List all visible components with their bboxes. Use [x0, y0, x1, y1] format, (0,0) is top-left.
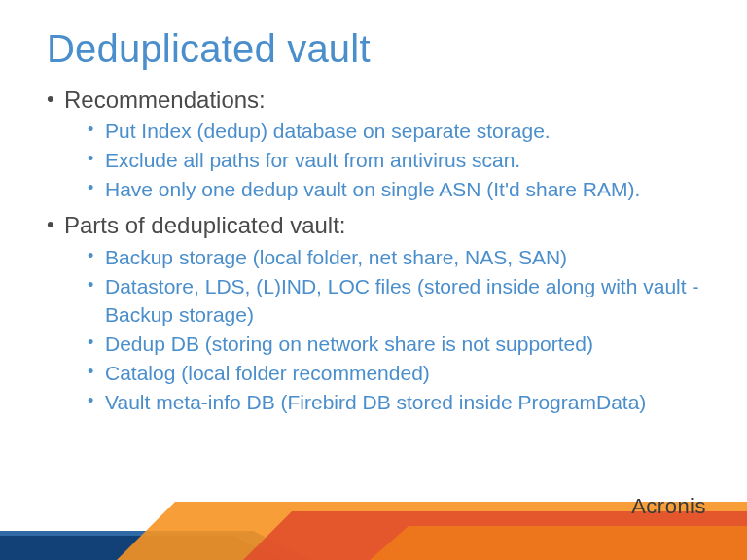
list-item: Catalog (local folder recommended) [88, 360, 700, 388]
list-item: Exclude all paths for vault from antivir… [88, 147, 700, 175]
brand-logo: Acronis [631, 494, 706, 519]
section-heading: Recommendations: [47, 85, 700, 116]
list-item: Dedup DB (storing on network share is no… [88, 331, 700, 359]
slide: Deduplicated vault Recommendations: Put … [0, 0, 747, 560]
section-heading: Parts of deduplicated vault: [47, 210, 700, 241]
list-item: Put Index (dedup) database on separate s… [88, 118, 700, 146]
list-item: Datastore, LDS, (L)IND, LOC files (store… [88, 273, 700, 330]
content-list: Recommendations: Put Index (dedup) datab… [47, 85, 700, 417]
slide-title: Deduplicated vault [47, 27, 700, 71]
sub-list: Backup storage (local folder, net share,… [47, 244, 700, 417]
list-item: Vault meta-info DB (Firebird DB stored i… [88, 389, 700, 417]
list-item: Have only one dedup vault on single ASN … [88, 176, 700, 204]
sub-list: Put Index (dedup) database on separate s… [47, 118, 700, 204]
svg-marker-4 [370, 526, 747, 560]
list-item: Backup storage (local folder, net share,… [88, 244, 700, 272]
